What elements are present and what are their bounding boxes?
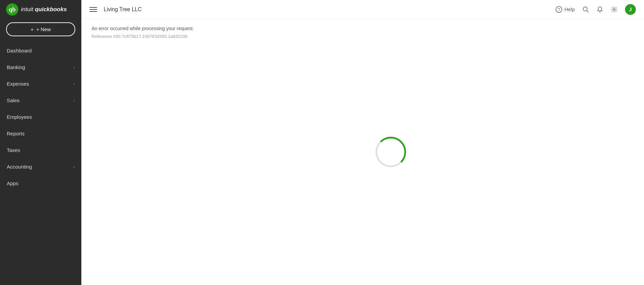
company-name: Living Tree LLC — [104, 6, 142, 13]
sidebar-item-accounting[interactable]: Accounting › — [0, 158, 81, 175]
bell-icon — [597, 6, 603, 13]
reference-text: Reference #30.7c973b17.1597632560.1a8323… — [92, 34, 634, 39]
svg-text:qb: qb — [9, 6, 16, 13]
sidebar-item-banking[interactable]: Banking › — [0, 59, 81, 75]
sidebar-item-label: Banking — [7, 64, 25, 70]
search-icon — [582, 6, 589, 13]
sidebar-item-label: Reports — [7, 131, 25, 136]
help-button[interactable]: ? Help — [556, 6, 575, 13]
error-area: An error occurred while processing your … — [81, 19, 644, 46]
nav-list: Dashboard Banking › Expenses › Sales › E… — [0, 42, 81, 285]
new-button[interactable]: + + New — [6, 22, 75, 36]
logo-text: intuit quickbooks — [21, 6, 67, 13]
svg-point-6 — [613, 8, 615, 10]
hamburger-icon — [89, 7, 97, 12]
sidebar: qb intuit quickbooks + + New Dashboard B… — [0, 0, 81, 285]
sidebar-item-label: Taxes — [7, 147, 20, 153]
svg-line-5 — [587, 10, 588, 12]
loading-spinner-container — [376, 137, 406, 167]
sidebar-item-sales[interactable]: Sales › — [0, 92, 81, 109]
chevron-right-icon: › — [73, 82, 75, 86]
chevron-right-icon: › — [73, 165, 75, 169]
error-message: An error occurred while processing your … — [92, 26, 634, 31]
quickbooks-logo-icon: qb — [6, 3, 18, 16]
new-button-label: + New — [36, 26, 51, 32]
svg-text:?: ? — [558, 7, 560, 12]
main-area: Living Tree LLC ? Help — [81, 0, 644, 285]
gear-icon — [611, 6, 618, 13]
new-button-plus: + — [31, 26, 34, 32]
settings-button[interactable] — [611, 6, 618, 13]
notifications-button[interactable] — [597, 6, 603, 13]
top-header: Living Tree LLC ? Help — [81, 0, 644, 19]
main-content: An error occurred while processing your … — [81, 19, 644, 285]
sidebar-item-employees[interactable]: Employees — [0, 109, 81, 125]
header-left: Living Tree LLC — [89, 6, 142, 13]
sidebar-item-label: Employees — [7, 114, 32, 120]
quickbooks-logo: qb intuit quickbooks — [6, 3, 67, 16]
sidebar-item-label: Sales — [7, 97, 20, 103]
sidebar-item-taxes[interactable]: Taxes — [0, 142, 81, 158]
header-right: ? Help — [556, 4, 636, 15]
sidebar-item-label: Apps — [7, 180, 18, 186]
chevron-right-icon: › — [73, 65, 75, 69]
help-circle-icon: ? — [556, 6, 562, 13]
loading-spinner — [376, 137, 406, 167]
logo-area: qb intuit quickbooks — [0, 0, 81, 19]
sidebar-item-expenses[interactable]: Expenses › — [0, 75, 81, 92]
sidebar-item-reports[interactable]: Reports — [0, 125, 81, 142]
sidebar-item-apps[interactable]: Apps — [0, 175, 81, 192]
help-label: Help — [564, 6, 575, 12]
hamburger-menu-button[interactable] — [89, 7, 97, 12]
chevron-right-icon: › — [73, 98, 75, 103]
search-button[interactable] — [582, 6, 589, 13]
avatar-initial: J — [629, 7, 632, 12]
sidebar-item-dashboard[interactable]: Dashboard — [0, 42, 81, 59]
avatar[interactable]: J — [625, 4, 636, 15]
sidebar-item-label: Accounting — [7, 164, 32, 170]
sidebar-item-label: Expenses — [7, 81, 29, 87]
sidebar-item-label: Dashboard — [7, 48, 32, 53]
